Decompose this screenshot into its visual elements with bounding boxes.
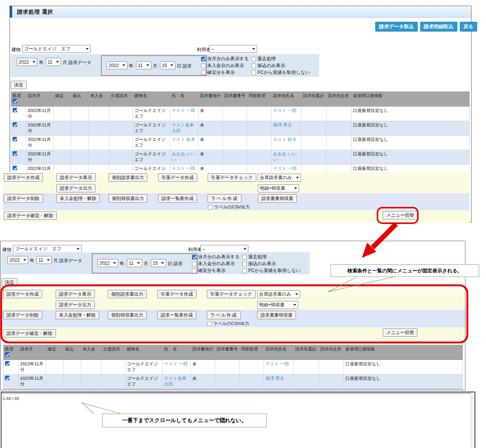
row-checkbox[interactable] (13, 166, 17, 170)
individual-receipt-output-button[interactable]: 個別領収書出力 (109, 194, 147, 203)
billing-year-select[interactable]: 2022 (8, 256, 28, 264)
row-checkbox[interactable] (13, 151, 17, 156)
individual-invoice-output-button[interactable]: 個別請求書出力 (108, 290, 147, 298)
unpaid-process-toggle-button[interactable]: 未入金処理・解除 (56, 194, 100, 203)
checkbox-moveout[interactable]: 退去処理 (251, 56, 276, 62)
checkbox-unpaid-only[interactable]: 未入金分のみ表示 (192, 261, 235, 267)
checkbox-icon[interactable] (251, 64, 256, 68)
cell-billto-link[interactable]: 鵜澤 秀夫 (272, 121, 301, 136)
checkbox-no-fc[interactable]: FCから実績を取得しない (242, 267, 301, 274)
row-checkbox[interactable] (13, 122, 17, 127)
checkbox-no-fc[interactable]: FCから実績を取得しない (251, 69, 310, 76)
building-select[interactable]: ゴールドエイジ エフ (22, 45, 91, 53)
row-checkbox[interactable] (5, 376, 10, 380)
import-billing-data-button[interactable]: 請求データ取込 (375, 22, 418, 32)
invoice-year-select[interactable]: 2022 (98, 259, 118, 267)
invoice-year-select[interactable]: 2022 (107, 61, 127, 69)
show-billing-data-button[interactable]: 請求データ表示 (56, 290, 95, 298)
cell-name-link[interactable]: テスト食事 太郎 (163, 374, 191, 389)
import-billing-detail-button[interactable]: 請求明細取込 (420, 22, 457, 32)
confirm-billing-toggle-button[interactable]: 請求データ確定・解除 (4, 211, 57, 220)
billing-year-select[interactable]: 2022 (17, 58, 37, 66)
checkbox-icon[interactable] (201, 57, 206, 61)
checkbox-label-csv[interactable]: ラベルのCSV出力 (208, 204, 250, 210)
menu-switch-button[interactable]: メニュー切替 (383, 328, 417, 337)
horizontal-scrollbar[interactable] (2, 392, 471, 394)
invoice-month-select[interactable]: 11 (136, 61, 151, 69)
invoice-with-receipt-button[interactable]: 請求書兼領収書 (258, 194, 297, 203)
invoice-day-select[interactable]: 15 (151, 259, 166, 267)
delete-billing-data-button[interactable]: 請求データ削除 (4, 194, 43, 203)
cell-billto-link[interactable]: テスト 鈴木 (272, 136, 301, 150)
cell-billto-link[interactable]: 鵜澤 秀夫 (264, 374, 294, 389)
checkbox-transfer-only[interactable]: 振込のみ表示 (251, 62, 285, 69)
show-billing-data-button[interactable]: 請求データ表示 (56, 173, 96, 182)
cell-name-link[interactable]: テスト 鈴木 (170, 136, 198, 150)
checkbox-icon[interactable] (251, 70, 256, 75)
create-debit-data-button[interactable]: 引落データ作成 (158, 173, 197, 182)
row-checkbox[interactable] (13, 137, 17, 141)
checkbox-icon[interactable] (207, 322, 212, 326)
create-billing-data-button[interactable]: 請求データ作成 (4, 173, 43, 182)
cell-name-link[interactable]: テスト食事 太郎 (170, 121, 198, 136)
create-debit-data-button[interactable]: 引落データ作成 (157, 290, 197, 298)
select-all-checkbox[interactable] (5, 352, 10, 357)
checkbox-icon[interactable] (242, 269, 247, 273)
output-type-select[interactable]: 明細+領収書 (257, 301, 298, 309)
checkbox-icon[interactable] (201, 70, 206, 75)
export-billing-data-button[interactable]: 請求データ出力 (56, 301, 95, 309)
checkbox-show-confirmed[interactable]: 確定分を表示 (201, 69, 235, 76)
row-checkbox[interactable] (5, 361, 10, 366)
confirm-billing-toggle-button[interactable]: 請求データ確定・解除 (3, 329, 56, 338)
back-button[interactable]: 戻る (460, 22, 477, 32)
checkbox-current-month[interactable]: 当月分のみ表示する (192, 254, 240, 260)
user-select[interactable]: -- (209, 45, 257, 53)
unpaid-process-toggle-button[interactable]: 未入金処理・解除 (56, 311, 99, 319)
checkbox-moveout[interactable]: 退去処理 (242, 254, 267, 260)
invoice-month-select[interactable]: 11 (127, 259, 142, 267)
individual-invoice-output-button[interactable]: 個別請求書出力 (109, 173, 147, 182)
invoice-with-receipt-button[interactable]: 請求書兼領収書 (257, 311, 296, 319)
create-label-button[interactable]: ラベル作成 (208, 194, 241, 203)
create-billing-list-button[interactable]: 請求一覧表作成 (158, 194, 197, 203)
building-select[interactable]: ゴールドエイジ エフ (13, 245, 82, 253)
checkbox-icon[interactable] (192, 269, 197, 273)
create-billing-list-button[interactable]: 請求一覧表作成 (157, 311, 196, 319)
export-billing-data-button[interactable]: 請求データ出力 (56, 184, 96, 192)
checkbox-icon[interactable] (242, 262, 247, 266)
create-billing-data-button[interactable]: 請求データ作成 (3, 290, 42, 298)
cell-name-link[interactable]: テスト 一郎 (170, 107, 198, 121)
output-type-select[interactable]: 明細+領収書 (258, 184, 299, 192)
vertical-scrollbar[interactable] (471, 394, 475, 447)
select-all-checkbox[interactable] (13, 99, 17, 103)
cell-billto-link[interactable]: あああ いいい (272, 150, 301, 165)
submit-button[interactable]: 決定 (11, 81, 27, 89)
checkbox-current-month[interactable]: 当月分のみ表示する (201, 56, 249, 62)
checkbox-icon[interactable] (251, 57, 256, 61)
menu-switch-button[interactable]: メニュー切替 (383, 211, 417, 219)
create-label-button[interactable]: ラベル作成 (207, 311, 241, 319)
submit-button[interactable]: 決定 (2, 278, 18, 286)
row-checkbox[interactable] (13, 108, 17, 112)
billing-month-select[interactable]: 11 (37, 256, 52, 264)
user-select[interactable]: -- (200, 245, 248, 253)
checkbox-icon[interactable] (201, 64, 206, 68)
checkbox-icon[interactable] (192, 262, 197, 266)
checkbox-show-confirmed[interactable]: 確定分を表示 (192, 267, 225, 274)
checkbox-transfer-only[interactable]: 振込のみ表示 (242, 261, 276, 267)
checkbox-label-csv[interactable]: ラベルのCSV出力 (207, 321, 249, 326)
cell-billto-link[interactable]: テスト 一郎 (272, 107, 301, 121)
delete-billing-data-button[interactable]: 請求データ削除 (3, 311, 42, 319)
billing-month-select[interactable]: 11 (46, 58, 61, 66)
invoice-type-select[interactable]: 合算請求書のみ (258, 174, 301, 182)
cell-billto-link[interactable]: テスト 一郎 (264, 360, 294, 374)
check-debit-data-button[interactable]: 引落データチェック (207, 290, 256, 298)
checkbox-icon[interactable] (208, 205, 213, 210)
invoice-day-select[interactable]: 15 (160, 61, 175, 69)
check-debit-data-button[interactable]: 引落データチェック (208, 173, 256, 182)
individual-receipt-output-button[interactable]: 個別領収書出力 (108, 311, 147, 319)
checkbox-icon[interactable] (192, 255, 197, 259)
cell-name-link[interactable]: テスト 一郎 (163, 360, 191, 374)
invoice-type-select[interactable]: 合算請求書のみ (257, 290, 300, 298)
cell-name-link[interactable]: あああ いいい (170, 150, 198, 165)
